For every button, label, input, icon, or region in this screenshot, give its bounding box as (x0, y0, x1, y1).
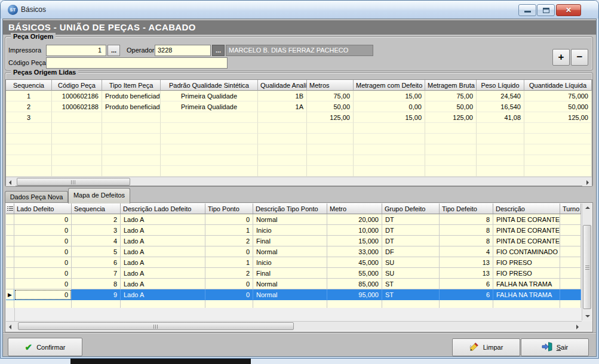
table-cell[interactable] (52, 112, 102, 123)
table-row[interactable]: 21000602188Produto beneficiadoPrimeira Q… (6, 101, 592, 112)
table-row[interactable]: 03Lado A1Inicio10,000DT8PINTA DE CORANTE (6, 225, 581, 236)
table-cell[interactable]: SU (382, 268, 440, 279)
defeitos-hscrollbar[interactable] (6, 321, 582, 331)
column-header[interactable]: Sequencia (6, 80, 52, 91)
table-cell[interactable]: 0 (205, 289, 253, 300)
sair-button[interactable]: Sair (521, 338, 589, 356)
table-cell[interactable]: Inicio (253, 225, 327, 236)
table-cell[interactable]: 1000602186 (52, 91, 102, 101)
table-cell[interactable]: 8 (72, 279, 121, 289)
table-cell[interactable]: 55,000 (327, 268, 382, 279)
pecas-table-hscrollbar[interactable] (6, 177, 592, 186)
column-header[interactable]: Peso Líquido (477, 80, 524, 91)
table-row[interactable]: ▶09Lado A0Normal95,000ST6FALHA NA TRAMA (6, 289, 581, 300)
table-cell[interactable]: 8 (440, 225, 493, 236)
table-cell[interactable]: 9 (72, 289, 121, 300)
table-cell[interactable]: 6 (440, 279, 493, 289)
column-header[interactable]: Grupo Defeito (382, 203, 440, 214)
scroll-down-button[interactable] (583, 311, 592, 320)
table-cell[interactable]: FIO CONTAMINADO (493, 246, 560, 257)
column-header[interactable]: Tipo Ponto (205, 203, 253, 214)
table-cell[interactable]: 13 (440, 257, 493, 268)
table-row[interactable]: 08Lado A0Normal85,000ST6FALHA NA TRAMA (6, 279, 581, 289)
table-cell[interactable] (258, 112, 307, 123)
table-cell[interactable]: 45,000 (327, 257, 382, 268)
table-cell[interactable]: Lado A (121, 246, 205, 257)
column-header[interactable]: Descrição Tipo Ponto (253, 203, 327, 214)
table-cell[interactable]: Inicio (253, 257, 327, 268)
table-cell[interactable]: 7 (72, 268, 121, 279)
table-cell[interactable]: 0 (14, 279, 72, 289)
table-cell[interactable]: Lado A (121, 279, 205, 289)
table-cell[interactable]: Final (253, 268, 327, 279)
table-cell[interactable]: Primeira Qualidade (161, 101, 258, 112)
table-cell[interactable]: Lado A (121, 225, 205, 236)
tab-mapa-de-defeitos[interactable]: Mapa de Defeitos (68, 188, 130, 203)
table-cell[interactable]: Primeira Qualidade (161, 91, 258, 101)
table-cell[interactable]: FIO PRESO (493, 268, 560, 279)
table-cell[interactable]: 3 (6, 112, 52, 123)
table-cell[interactable]: 24,540 (477, 91, 524, 101)
codigo-peca-field[interactable] (46, 57, 228, 69)
table-cell[interactable] (560, 225, 581, 236)
table-cell[interactable]: PINTA DE CORANTE (493, 236, 560, 246)
table-cell[interactable]: ST (382, 289, 440, 300)
table-cell[interactable] (560, 279, 581, 289)
table-cell[interactable]: Final (253, 236, 327, 246)
table-cell[interactable]: 1A (258, 101, 307, 112)
table-cell[interactable]: 4 (72, 236, 121, 246)
table-cell[interactable]: 15,00 (354, 112, 425, 123)
defeitos-vscrollbar[interactable] (582, 203, 592, 320)
table-cell[interactable]: 2 (205, 236, 253, 246)
table-cell[interactable]: 2 (205, 268, 253, 279)
column-header[interactable]: Tipo Item Peça (102, 80, 161, 91)
table-cell[interactable]: 0 (205, 214, 253, 225)
table-cell[interactable]: 0 (14, 236, 72, 246)
table-cell[interactable]: SU (382, 257, 440, 268)
table-cell[interactable]: 0 (205, 279, 253, 289)
table-cell[interactable]: 85,000 (327, 279, 382, 289)
vscrollbar-thumb[interactable] (583, 225, 591, 309)
table-cell[interactable]: 2 (6, 101, 52, 112)
table-cell[interactable]: Produto beneficiado (102, 91, 161, 101)
column-header[interactable]: Descrição Lado Defeito (121, 203, 205, 214)
table-cell[interactable] (161, 112, 258, 123)
table-cell[interactable]: 0 (14, 225, 72, 236)
table-row[interactable]: 06Lado A1Inicio45,000SU13FIO PRESO (6, 257, 581, 268)
operador-browse-button[interactable]: ... (212, 45, 225, 56)
column-header[interactable]: Metragem com Defeito (354, 80, 425, 91)
table-row[interactable]: 3125,0015,00125,0041,08125,00 (6, 112, 592, 123)
table-row[interactable]: 04Lado A2Final15,000DT8PINTA DE CORANTE (6, 236, 581, 246)
table-cell[interactable]: 20,000 (327, 214, 382, 225)
table-cell[interactable] (560, 236, 581, 246)
column-header[interactable]: Descrição (493, 203, 560, 214)
column-header[interactable]: Turno (560, 203, 581, 214)
table-cell[interactable]: 0 (14, 268, 72, 279)
table-cell[interactable]: 16,540 (477, 101, 524, 112)
scroll-left-button[interactable] (6, 178, 16, 186)
column-header[interactable]: Código Peça (52, 80, 102, 91)
table-cell[interactable]: 4 (440, 246, 493, 257)
scroll-up-button[interactable] (583, 203, 592, 213)
table-cell[interactable]: 0 (205, 246, 253, 257)
table-cell[interactable]: 1 (6, 91, 52, 101)
add-button[interactable]: + (552, 49, 570, 66)
hscrollbar-thumb[interactable] (18, 322, 294, 330)
table-cell[interactable]: 3 (72, 225, 121, 236)
scroll-right-button[interactable] (572, 322, 582, 331)
table-cell[interactable]: 2 (72, 214, 121, 225)
column-header[interactable]: Metros (307, 80, 354, 91)
table-cell[interactable]: 1 (205, 225, 253, 236)
table-cell[interactable]: 125,00 (425, 112, 477, 123)
table-cell[interactable]: FALHA NA TRAMA (493, 289, 560, 300)
minimize-button[interactable] (518, 4, 536, 16)
column-header[interactable]: Quantidade Líquida (524, 80, 592, 91)
close-button[interactable]: ✕ (556, 4, 581, 16)
table-row[interactable]: 11000602186Produto beneficiadoPrimeira Q… (6, 91, 592, 101)
table-cell[interactable]: 15,000 (327, 236, 382, 246)
table-cell[interactable]: 125,00 (307, 112, 354, 123)
table-cell[interactable]: 6 (72, 257, 121, 268)
table-cell[interactable]: 5 (72, 246, 121, 257)
operador-field[interactable]: 3228 (155, 45, 211, 56)
table-cell[interactable]: 95,000 (327, 289, 382, 300)
